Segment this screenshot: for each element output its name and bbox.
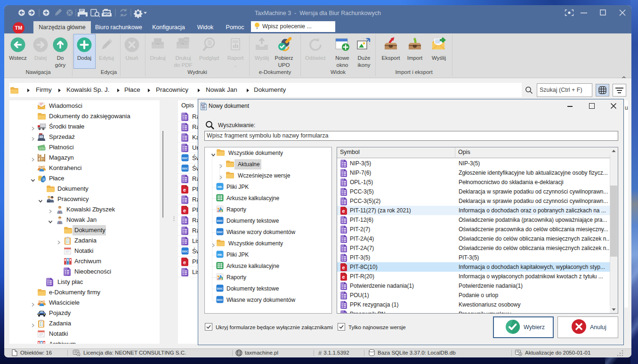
svg-text:DOC: DOC	[217, 219, 223, 222]
svg-text:DOC: DOC	[217, 299, 223, 301]
svg-text:DOC: DOC	[182, 250, 188, 253]
svg-text:PDF: PDF	[104, 12, 110, 15]
svg-text:e: e	[342, 274, 345, 280]
svg-text:e: e	[342, 265, 345, 270]
svg-text:DOC: DOC	[182, 157, 188, 160]
svg-text:$: $	[41, 147, 43, 150]
svg-text:DOC: DOC	[182, 167, 188, 170]
svg-text:e: e	[183, 187, 186, 193]
svg-text:e: e	[183, 208, 186, 213]
svg-text:XML: XML	[218, 186, 223, 188]
svg-text:e: e	[342, 208, 345, 214]
svg-text:z: z	[43, 178, 45, 181]
svg-text:DOC: DOC	[217, 231, 223, 234]
svg-text:DOC: DOC	[217, 287, 223, 290]
svg-text:Pdf: Pdf	[184, 39, 188, 41]
svg-text:e: e	[183, 259, 186, 265]
svg-text:XML: XML	[218, 253, 223, 256]
